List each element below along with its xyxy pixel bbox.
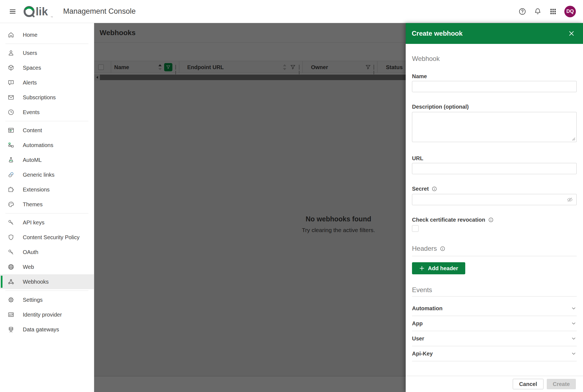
clock-icon	[7, 109, 15, 116]
key-icon	[7, 249, 15, 256]
add-header-label: Add header	[428, 265, 458, 272]
description-textarea[interactable]	[412, 112, 577, 142]
key-icon	[7, 219, 15, 226]
chevron-down-icon	[571, 320, 577, 326]
sidebar-item-automl[interactable]: AutoML	[0, 153, 94, 167]
sidebar-divider	[5, 121, 88, 121]
section-heading-events: Events	[412, 286, 577, 294]
shield-icon	[7, 234, 15, 241]
sidebar-item-identity-provider[interactable]: Identity provider	[0, 307, 94, 322]
info-icon[interactable]	[440, 246, 445, 252]
database-icon	[7, 326, 15, 333]
sidebar-item-api-keys[interactable]: API keys	[0, 215, 94, 230]
home-icon	[7, 31, 15, 38]
panel-title: Create webhook	[412, 30, 568, 37]
name-label: Name	[412, 73, 577, 80]
svg-text:lik: lik	[36, 5, 48, 18]
alerts-icon	[7, 79, 15, 86]
topbar-actions: DQ	[518, 6, 576, 17]
sidebar-item-alerts[interactable]: Alerts	[0, 75, 94, 90]
sidebar-divider	[5, 44, 88, 44]
check-certificate-label: Check certificate revocation	[412, 216, 577, 223]
webhook-icon	[7, 278, 15, 285]
headers-heading: Headers	[412, 244, 577, 253]
qlik-logo: lik ™	[22, 4, 55, 19]
section-divider	[412, 296, 577, 297]
sidebar-item-automations[interactable]: Automations	[0, 138, 94, 153]
create-button[interactable]: Create	[547, 379, 576, 389]
plus-icon	[419, 266, 425, 271]
user-avatar[interactable]: DQ	[564, 6, 576, 17]
content-icon	[7, 127, 15, 134]
automations-icon	[7, 142, 15, 149]
sidebar-divider	[5, 291, 88, 291]
headers-heading-text: Headers	[412, 244, 437, 253]
event-accordions: Automation App User	[412, 301, 577, 361]
sidebar-item-users[interactable]: Users	[0, 46, 94, 60]
id-card-icon	[7, 311, 15, 318]
info-icon[interactable]	[431, 186, 437, 192]
sidebar-item-data-gateways[interactable]: Data gateways	[0, 322, 94, 337]
chevron-down-icon	[571, 335, 577, 342]
accordion-app[interactable]: App	[412, 316, 577, 331]
info-icon[interactable]	[488, 217, 494, 223]
accordion-user[interactable]: User	[412, 331, 577, 346]
users-icon	[7, 49, 15, 57]
add-header-button[interactable]: Add header	[412, 262, 465, 274]
notifications-bell-icon[interactable]	[534, 7, 542, 16]
sidebar-item-oauth[interactable]: OAuth	[0, 245, 94, 260]
menu-icon[interactable]	[8, 7, 18, 16]
spaces-icon	[7, 64, 15, 71]
app-grid-icon[interactable]	[549, 7, 557, 16]
chevron-down-icon	[571, 351, 577, 357]
sidebar-nav: Home Users Spaces Alerts Subscriptions E…	[0, 23, 94, 392]
secret-input[interactable]	[412, 194, 577, 205]
sidebar-item-web[interactable]: Web	[0, 260, 94, 274]
panel-header: Create webhook	[406, 23, 583, 44]
sidebar-item-content[interactable]: Content	[0, 123, 94, 138]
globe-icon	[7, 263, 15, 270]
gear-icon	[7, 296, 15, 303]
name-input[interactable]	[412, 81, 577, 92]
secret-label-text: Secret	[412, 185, 429, 192]
svg-text:™: ™	[51, 16, 53, 19]
panel-body: Webhook Name Description (optional) URL …	[406, 44, 583, 376]
sidebar-item-spaces[interactable]: Spaces	[0, 60, 94, 75]
sidebar-item-content-security-policy[interactable]: Content Security Policy	[0, 230, 94, 245]
url-input[interactable]	[412, 163, 577, 174]
show-secret-eye-icon[interactable]	[566, 196, 573, 203]
panel-footer: Cancel Create	[406, 376, 583, 392]
check-certificate-label-text: Check certificate revocation	[412, 216, 485, 223]
close-icon[interactable]	[568, 30, 575, 37]
link-icon	[7, 171, 15, 178]
app-root: lik ™ Management Console	[0, 0, 583, 392]
sidebar-item-webhooks[interactable]: Webhooks	[0, 274, 94, 289]
sidebar-item-generic-links[interactable]: Generic links	[0, 167, 94, 182]
chevron-down-icon	[571, 305, 577, 311]
sidebar-divider	[5, 213, 88, 213]
puzzle-icon	[7, 186, 15, 193]
secret-label: Secret	[412, 185, 577, 192]
flask-icon	[7, 156, 15, 163]
help-icon[interactable]	[518, 7, 526, 16]
sidebar-item-subscriptions[interactable]: Subscriptions	[0, 90, 94, 105]
section-divider	[412, 256, 577, 256]
cancel-button[interactable]: Cancel	[513, 379, 543, 389]
sidebar-item-home[interactable]: Home	[0, 27, 94, 42]
check-certificate-checkbox[interactable]	[412, 225, 419, 232]
sidebar-item-settings[interactable]: Settings	[0, 292, 94, 307]
description-field-wrap	[412, 112, 577, 143]
envelope-icon	[7, 94, 15, 101]
accordion-api-key[interactable]: Api-Key	[412, 346, 577, 361]
accordion-automation[interactable]: Automation	[412, 301, 577, 316]
url-label: URL	[412, 155, 577, 162]
sidebar-item-extensions[interactable]: Extensions	[0, 182, 94, 197]
create-webhook-panel: Create webhook Webhook Name Description …	[406, 23, 583, 392]
secret-field-wrap	[412, 194, 577, 205]
app-title: Management Console	[63, 7, 136, 16]
sidebar-item-themes[interactable]: Themes	[0, 197, 94, 212]
sidebar-item-events[interactable]: Events	[0, 105, 94, 120]
description-label: Description (optional)	[412, 103, 577, 110]
top-bar: lik ™ Management Console	[0, 0, 583, 23]
palette-icon	[7, 201, 15, 208]
